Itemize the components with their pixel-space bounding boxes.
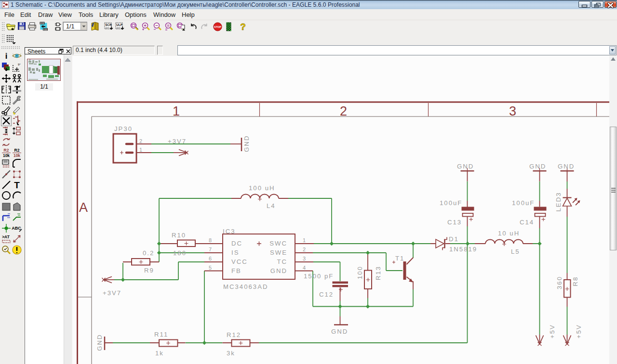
svg-text:GND: GND xyxy=(243,135,250,152)
svg-text:L5: L5 xyxy=(511,248,520,255)
svg-text:L4: L4 xyxy=(267,202,276,209)
svg-text:1: 1 xyxy=(303,237,307,243)
svg-text:SWE: SWE xyxy=(270,249,287,256)
svg-text:1N5819: 1N5819 xyxy=(449,246,477,253)
svg-text:100uF: 100uF xyxy=(440,199,462,207)
svg-text:GND: GND xyxy=(558,163,575,170)
svg-text:3k: 3k xyxy=(227,350,235,357)
svg-text:IC3: IC3 xyxy=(223,228,236,235)
svg-text:10k: 10k xyxy=(13,153,20,158)
svg-text:2: 2 xyxy=(340,104,347,118)
svg-text:2: 2 xyxy=(303,247,307,252)
svg-text:6: 6 xyxy=(209,256,213,261)
svg-text:0.2: 0.2 xyxy=(143,249,154,257)
svg-text:FB: FB xyxy=(231,267,241,274)
svg-text:1500 pF: 1500 pF xyxy=(304,273,334,280)
svg-text:R10: R10 xyxy=(172,232,186,239)
svg-text:100: 100 xyxy=(356,266,363,279)
svg-text:9°: 9° xyxy=(18,63,21,66)
svg-text:R2: R2 xyxy=(14,148,20,153)
svg-text:R12: R12 xyxy=(227,331,241,338)
svg-text:2: 2 xyxy=(139,138,143,144)
svg-text:VCC: VCC xyxy=(231,258,248,265)
svg-text:5: 5 xyxy=(209,265,213,271)
svg-text:3: 3 xyxy=(509,104,516,118)
svg-text:8: 8 xyxy=(209,237,213,243)
svg-text:100 uH: 100 uH xyxy=(249,184,275,192)
svg-text:i: i xyxy=(5,52,8,61)
svg-text:+3V7: +3V7 xyxy=(168,138,187,145)
svg-text:C14: C14 xyxy=(520,219,534,226)
svg-text:D1: D1 xyxy=(449,235,459,243)
svg-text:C13: C13 xyxy=(447,219,462,226)
svg-text:DC: DC xyxy=(231,240,242,247)
svg-text:?: ? xyxy=(240,22,246,32)
svg-text:ABC: ABC xyxy=(12,226,21,231)
svg-text:R13: R13 xyxy=(375,266,382,280)
svg-text:GND: GND xyxy=(270,267,287,274)
svg-text:R2: R2 xyxy=(4,148,9,153)
svg-text:R9: R9 xyxy=(144,267,154,274)
svg-text:R11: R11 xyxy=(154,331,168,338)
svg-text:+5V: +5V xyxy=(575,324,582,338)
svg-text:+3V7: +3V7 xyxy=(103,289,121,297)
svg-text:360: 360 xyxy=(556,276,563,289)
svg-text:A: A xyxy=(79,200,88,215)
svg-text:>AT: >AT xyxy=(2,234,10,239)
svg-text:IS: IS xyxy=(231,249,239,256)
svg-text:4: 4 xyxy=(303,265,307,271)
svg-text:T1: T1 xyxy=(395,255,404,262)
svg-text:MC34063AD: MC34063AD xyxy=(223,283,268,290)
svg-text:GND: GND xyxy=(457,163,474,170)
svg-text:1: 1 xyxy=(173,104,180,118)
svg-text:JP: JP xyxy=(29,59,31,61)
svg-text:R8: R8 xyxy=(572,276,579,286)
svg-text:100uF: 100uF xyxy=(512,199,535,207)
svg-text:C12: C12 xyxy=(319,291,334,298)
svg-text:+5V: +5V xyxy=(549,324,556,338)
svg-text:GND: GND xyxy=(529,163,546,170)
svg-text:180: 180 xyxy=(173,249,187,257)
svg-text:T: T xyxy=(14,180,20,190)
svg-text:3: 3 xyxy=(303,256,307,261)
svg-text:7: 7 xyxy=(209,247,213,252)
svg-text:STOP: STOP xyxy=(214,26,221,28)
svg-text:JP30: JP30 xyxy=(114,125,133,132)
svg-text:1: 1 xyxy=(139,147,143,153)
svg-text:LED3: LED3 xyxy=(555,192,562,212)
svg-text:SWC: SWC xyxy=(269,240,287,247)
svg-text:1k: 1k xyxy=(155,350,164,357)
svg-text:GND: GND xyxy=(96,334,103,351)
svg-text:SCR: SCR xyxy=(105,23,112,26)
svg-text:10k: 10k xyxy=(3,153,10,158)
svg-text:ULP: ULP xyxy=(116,23,123,26)
svg-text:TC: TC xyxy=(277,258,287,265)
svg-text:10 uH: 10 uH xyxy=(498,230,520,237)
svg-text:GND: GND xyxy=(331,328,348,335)
